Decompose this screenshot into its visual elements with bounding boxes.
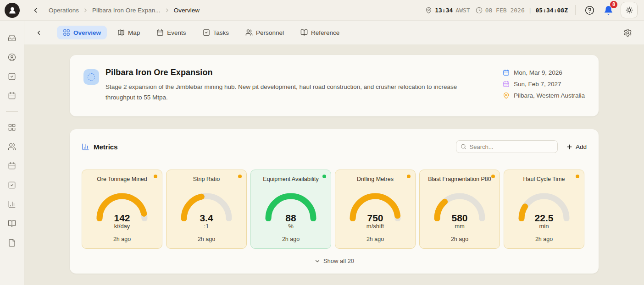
project-description: Stage 2 expansion of the Jimblebar minin… [105, 82, 482, 103]
search-icon [461, 143, 466, 150]
sidebar-item-inbox[interactable] [0, 28, 24, 48]
metric-gauge: 88 [262, 191, 319, 221]
metric-label: Haul Cycle Time [519, 176, 570, 182]
sidebar-item-file[interactable] [0, 233, 24, 252]
theme-toggle-button[interactable] [621, 2, 638, 18]
metric-label: Ore Tonnage Mined [92, 176, 152, 182]
metric-label: Drilling Metres [352, 176, 398, 182]
metric-updated: 2h ago [113, 236, 131, 242]
add-button-label: Add [576, 143, 587, 150]
tab-tasks[interactable]: Tasks [197, 26, 235, 39]
sidebar-divider [6, 111, 18, 112]
grid-icon [8, 123, 16, 132]
plus-icon [566, 143, 573, 150]
clock-cluster: 13:34 AWST 08 FEB 2026 | 05:34:08Z [425, 7, 568, 14]
start-date: Mon, Mar 9, 2026 [514, 69, 562, 76]
calendar-icon [156, 29, 164, 36]
sidebar [0, 21, 24, 285]
inbox-icon [8, 34, 16, 42]
collapse-panel-button[interactable] [33, 27, 44, 38]
metric-label: Equipment Availability [258, 176, 323, 182]
sidebar-item-calendar[interactable] [0, 156, 24, 175]
user-avatar[interactable] [5, 3, 20, 18]
search-box[interactable] [456, 140, 558, 153]
breadcrumb-operations[interactable]: Operations [49, 7, 79, 14]
users-icon [8, 142, 16, 151]
metric-unit: kt/day [114, 223, 130, 230]
sidebar-item-square-check[interactable] [0, 175, 24, 195]
status-dot [576, 175, 579, 178]
metric-updated: 2h ago [282, 236, 300, 242]
tab-label: Tasks [213, 29, 229, 36]
topbar-right: 13:34 AWST 08 FEB 2026 | 05:34:08Z 8 [425, 2, 638, 18]
end-date-row: Sun, Feb 7, 2027 [503, 81, 585, 88]
metric-unit: mm [455, 223, 465, 230]
metric-tile[interactable]: Equipment Availability 88 % 2h ago [250, 170, 331, 249]
sidebar-item-bar-chart[interactable] [0, 195, 24, 214]
sidebar-item-users[interactable] [0, 137, 24, 156]
date-label: 08 FEB 2026 [485, 7, 525, 14]
metric-tile-list: Ore Tonnage Mined 142 kt/day 2h ago Stri… [82, 170, 587, 249]
metric-updated: 2h ago [198, 236, 215, 242]
sidebar-item-grid[interactable] [0, 118, 24, 137]
status-dot [491, 175, 495, 178]
tab-overview[interactable]: Overview [57, 26, 107, 39]
notifications-button[interactable]: 8 [602, 4, 615, 17]
metric-label: Strip Ratio [189, 176, 224, 182]
metric-value: 580 [431, 213, 488, 224]
project-icon [83, 69, 99, 85]
status-dot [407, 175, 411, 178]
metrics-header: Metrics Add [82, 140, 587, 153]
show-all-button[interactable]: Show all 20 [314, 258, 354, 264]
gear-icon [623, 28, 632, 37]
tab-events[interactable]: Events [150, 26, 192, 39]
metric-gauge: 22.5 [516, 191, 572, 221]
breadcrumb-project[interactable]: Pilbara Iron Ore Expan... [92, 7, 161, 14]
metric-label: Blast Fragmentation P80 [423, 176, 496, 182]
tab-list: OverviewMapEventsTasksPersonnelReference [57, 26, 345, 39]
metric-value: 142 [94, 213, 150, 224]
calendar-icon [8, 92, 16, 100]
metric-tile[interactable]: Ore Tonnage Mined 142 kt/day 2h ago [82, 170, 162, 249]
clock-icon [476, 7, 483, 14]
sidebar-item-calendar[interactable] [0, 86, 24, 105]
sidebar-item-user-circle[interactable] [0, 48, 24, 67]
chevron-right-icon [83, 7, 89, 13]
metric-value: 22.5 [516, 213, 572, 224]
tab-map[interactable]: Map [111, 26, 146, 39]
main-content: Pilbara Iron Ore Expansion Stage 2 expan… [24, 44, 644, 285]
metric-tile[interactable]: Haul Cycle Time 22.5 min 2h ago [504, 170, 584, 249]
metric-tile[interactable]: Drilling Metres 750 m/shift 2h ago [335, 170, 416, 249]
book-open-icon [300, 29, 308, 36]
sidebar-item-book-open[interactable] [0, 214, 24, 233]
search-input[interactable] [470, 143, 553, 150]
tab-personnel[interactable]: Personnel [239, 26, 290, 39]
tab-reference[interactable]: Reference [294, 26, 345, 39]
breadcrumb: Operations Pilbara Iron Ore Expan... Ove… [49, 7, 200, 14]
help-button[interactable] [583, 4, 596, 17]
metric-value: 750 [347, 213, 404, 224]
project-card: Pilbara Iron Ore Expansion Stage 2 expan… [70, 55, 599, 116]
tabbar: OverviewMapEventsTasksPersonnelReference [24, 21, 644, 44]
map-icon [117, 29, 125, 36]
metric-tile[interactable]: Strip Ratio 3.4 :1 2h ago [166, 170, 247, 249]
add-metric-button[interactable]: Add [566, 143, 587, 150]
map-pin-icon [503, 92, 510, 99]
user-circle-icon [8, 53, 16, 61]
sun-icon [625, 6, 633, 14]
sidebar-item-square-check[interactable] [0, 67, 24, 86]
calendar-start-icon [503, 69, 510, 76]
metric-gauge: 580 [431, 191, 488, 221]
back-button[interactable] [30, 5, 41, 16]
metric-value: 88 [262, 213, 319, 224]
chevron-down-icon [314, 258, 321, 264]
grid-icon [63, 29, 70, 36]
pipe-divider: | [528, 7, 532, 14]
settings-button[interactable] [622, 27, 634, 39]
status-dot [322, 175, 326, 178]
square-check-icon [8, 72, 16, 81]
status-dot [238, 175, 242, 178]
book-open-icon [8, 219, 16, 228]
metric-gauge: 142 [94, 191, 150, 221]
metric-tile[interactable]: Blast Fragmentation P80 580 mm 2h ago [419, 170, 500, 249]
